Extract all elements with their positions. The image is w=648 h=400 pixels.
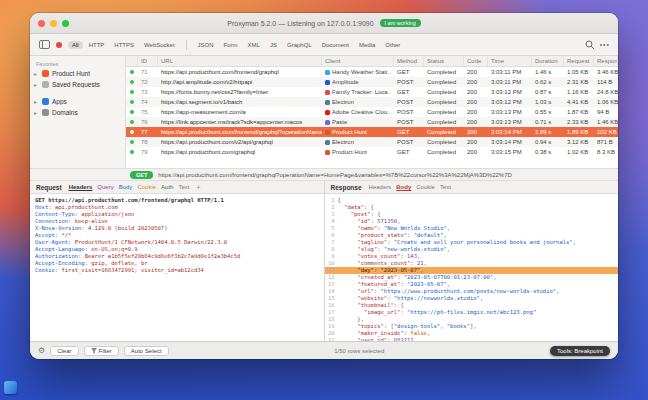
filter-chip-other[interactable]: Other: [381, 41, 404, 49]
column-header-id[interactable]: ID: [138, 56, 158, 66]
minimize-button[interactable]: [50, 20, 57, 27]
search-icon[interactable]: [584, 40, 596, 50]
response-json-line: 18 },: [325, 316, 619, 323]
cell-client: Product Hunt: [322, 129, 394, 135]
sidebar-item-saved-requests[interactable]: ▸Saved Requests: [30, 79, 125, 90]
request-pane-header: Request HeadersQueryBodyCookieAuthText +: [30, 181, 324, 194]
response-tab-body[interactable]: Body: [396, 184, 411, 190]
request-header-line: Accept: */*: [35, 232, 319, 239]
sidebar-item-product-hunt[interactable]: ▸Product Hunt: [30, 68, 125, 79]
cell-status-dot: [126, 100, 138, 104]
clear-button[interactable]: Clear: [50, 346, 78, 356]
response-tab-headers[interactable]: Headers: [369, 184, 392, 190]
column-header-status[interactable]: Status: [424, 56, 464, 66]
cell-response: 8.3 KB: [594, 149, 618, 155]
column-header-response[interactable]: Response: [594, 56, 618, 66]
response-tab-text[interactable]: Text: [440, 184, 451, 190]
table-row[interactable]: 72http://api.amplitude.com/v2/httpapiAmp…: [126, 77, 618, 87]
cell-url: https://api.producthunt.com/graphql: [158, 149, 322, 155]
cell-client: Electron: [322, 139, 394, 145]
table-row[interactable]: 77https://api.producthunt.com/frontend/g…: [126, 127, 618, 137]
traffic-lights: [38, 20, 69, 27]
sidebar-item-label: Saved Requests: [52, 81, 100, 88]
zoom-button[interactable]: [62, 20, 69, 27]
sidebar-item-apps[interactable]: ▸Apps: [30, 96, 125, 107]
json-token: "Create and sell your personalized books…: [394, 239, 573, 245]
auto-select-button[interactable]: Auto Select: [124, 346, 169, 356]
cell-client: Adobe Creative Clou…: [322, 109, 394, 115]
column-header-method[interactable]: Method: [394, 56, 424, 66]
request-tab-text[interactable]: Text: [178, 184, 189, 190]
filter-chip-websocket[interactable]: WebSocket: [140, 41, 179, 49]
header-key: X-Nova-Version:: [35, 225, 88, 231]
json-token: {: [338, 197, 341, 203]
filter-chip-json[interactable]: JSON: [194, 41, 218, 49]
filter-button-label: Filter: [99, 348, 112, 354]
filter-chip-media[interactable]: Media: [355, 41, 379, 49]
table-row[interactable]: 79https://api.producthunt.com/graphqlPro…: [126, 147, 618, 157]
table-row[interactable]: 76https://link.appcenter.ms/track?sdk=ap…: [126, 117, 618, 127]
json-token: [338, 288, 358, 294]
filter-chip-xml[interactable]: XML: [244, 41, 264, 49]
cell-request: 1.87 KB: [564, 109, 594, 115]
column-header-url[interactable]: URL: [158, 56, 322, 66]
settings-gear-icon[interactable]: ⚙: [38, 347, 45, 355]
cell-duration: 0.55 s: [532, 109, 564, 115]
table-row[interactable]: 73https://fonts.bunny.net/css2?family=In…: [126, 87, 618, 97]
table-row[interactable]: 78https://api.producthunt.com/v2/api/gra…: [126, 137, 618, 147]
column-header-duration[interactable]: Duration: [532, 56, 564, 66]
filter-button[interactable]: Filter: [84, 346, 119, 356]
record-icon[interactable]: [56, 42, 62, 48]
filter-chip-form[interactable]: Form: [220, 41, 242, 49]
column-header-time[interactable]: Time: [488, 56, 532, 66]
json-token: :: [377, 225, 384, 231]
request-tab-cookie[interactable]: Cookie: [137, 184, 156, 190]
column-header-code[interactable]: Code: [464, 56, 488, 66]
table-row[interactable]: 74https://api.segment.io/v1/batchElectro…: [126, 97, 618, 107]
cell-code: 200: [464, 149, 488, 155]
sidebar-app-icon: [42, 81, 49, 88]
filter-chip-all[interactable]: All: [68, 41, 83, 49]
sidebar-item-domains[interactable]: ▸Domains: [30, 107, 125, 118]
cell-duration: 0.87 s: [532, 89, 564, 95]
column-header-request[interactable]: Request: [564, 56, 594, 66]
more-options-icon[interactable]: •••: [600, 41, 610, 48]
selected-request-url: https://api.producthunt.com/frontend/gra…: [158, 172, 618, 178]
column-header-client[interactable]: Client: [322, 56, 394, 66]
add-tab-icon[interactable]: +: [196, 184, 200, 191]
cell-url: https://api.producthunt.com/frontend/gra…: [158, 129, 322, 135]
json-code: "data": {: [338, 204, 374, 211]
line-number: 16: [325, 302, 338, 309]
table-row[interactable]: 75https://app-measurement.com/aAdobe Cre…: [126, 107, 618, 117]
request-tab-body[interactable]: Body: [119, 184, 133, 190]
request-tab-auth[interactable]: Auth: [161, 184, 173, 190]
filter-chip-https[interactable]: HTTPS: [110, 41, 138, 49]
filter-chip-http[interactable]: HTTP: [85, 41, 109, 49]
header-value: keep-alive: [75, 218, 108, 224]
filter-chip-document[interactable]: Document: [318, 41, 353, 49]
table-row[interactable]: 71https://api.producthunt.com/frontend/g…: [126, 67, 618, 77]
sidebar-toggle-icon[interactable]: [38, 40, 50, 50]
header-key: User-Agent:: [35, 239, 75, 245]
json-token: [338, 323, 358, 329]
response-tab-cookie[interactable]: Cookie: [416, 184, 435, 190]
tools-badge[interactable]: Tools: Breakpoint: [550, 346, 610, 356]
request-tab-headers[interactable]: Headers: [69, 184, 93, 190]
cell-url: https://fonts.bunny.net/css2?family=Inte…: [158, 89, 322, 95]
header-value: gzip, deflate, br: [91, 260, 147, 266]
json-code: "votes_count": 143,: [338, 253, 421, 260]
request-tabs: HeadersQueryBodyCookieAuthText: [69, 184, 190, 190]
request-tab-query[interactable]: Query: [97, 184, 113, 190]
close-button[interactable]: [38, 20, 45, 27]
green-status-dot-icon: [130, 110, 134, 114]
request-headers-view[interactable]: GET https://api.producthunt.com/frontend…: [30, 194, 324, 341]
response-json-line: 15 "website": "https://newworlds.studio"…: [325, 295, 619, 302]
json-token: "2023-05-07": [407, 281, 447, 287]
dock-app-icon[interactable]: [4, 381, 17, 394]
cell-client: Handy Weather Stati…: [322, 69, 394, 75]
response-body-view[interactable]: 1{2 "data": {3 "post": {4 "id": 571350,5…: [325, 194, 619, 341]
json-token: "product_state": [357, 232, 407, 238]
filter-chip-graphql[interactable]: GraphQL: [283, 41, 316, 49]
response-json-line: 8 "slug": "new-worlds-studio",: [325, 246, 619, 253]
filter-chip-js[interactable]: JS: [266, 41, 281, 49]
